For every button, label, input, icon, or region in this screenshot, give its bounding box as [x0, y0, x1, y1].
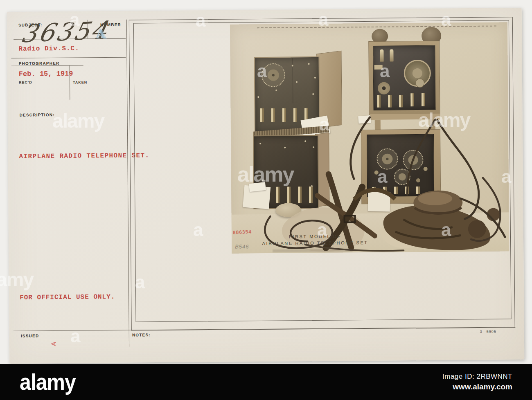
- form-number: 3—5905: [480, 330, 496, 334]
- photo-red-number: 886354: [233, 229, 252, 235]
- footer-info: Image ID: 2RBWNNT www.alamy.com: [442, 373, 512, 391]
- description-label: DESCRIPTION:: [20, 112, 55, 117]
- date-received: Feb. 15, 1919: [19, 70, 73, 78]
- division-underline: [11, 57, 126, 58]
- photo-caption-line2: AIRPLANE RADIO TELEPHONE SET: [255, 239, 375, 247]
- image-id-text: Image ID: 2RBWNNT: [442, 373, 512, 381]
- photo-pencil-number: B546: [235, 243, 249, 249]
- photographer-label: PHOTOGRAPHER: [19, 61, 60, 66]
- official-use-text: FOR OFFICIAL USE ONLY.: [20, 293, 115, 301]
- recd-label: REC'D: [19, 80, 32, 84]
- taken-label: TAKEN: [73, 80, 87, 84]
- division-text: Radio Div.S.C.: [18, 45, 79, 53]
- photographer-underline: [11, 65, 83, 66]
- alamy-footer-bar: alamy Image ID: 2RBWNNT www.alamy.com: [0, 364, 532, 400]
- notes-label: NOTES:: [132, 333, 151, 337]
- archive-card: SUBJECT: 36354 NUMBER A Radio Div.S.C. P…: [7, 8, 525, 364]
- alamy-url: www.alamy.com: [442, 382, 512, 391]
- photo-caption: FIRST MODEL OF AIRPLANE RADIO TELEPHONE …: [255, 233, 375, 247]
- number-stamp: A: [96, 27, 106, 41]
- cables-straps-illustration: [230, 22, 509, 253]
- issued-mark: A: [50, 342, 57, 346]
- alamy-logo: alamy: [20, 371, 76, 393]
- photograph: FIRST MODEL OF AIRPLANE RADIO TELEPHONE …: [230, 22, 509, 253]
- stock-photo-page: SUBJECT: 36354 NUMBER A Radio Div.S.C. P…: [0, 0, 532, 400]
- issued-label: ISSUED: [21, 333, 39, 338]
